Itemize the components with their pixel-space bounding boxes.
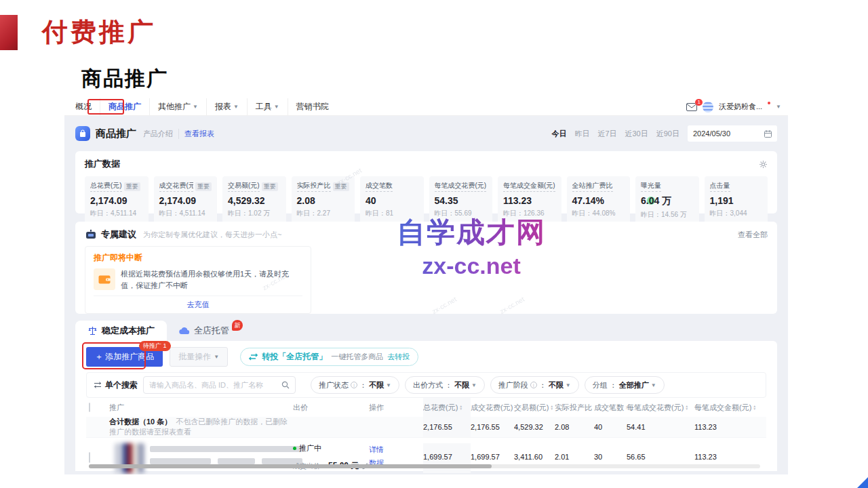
sort-icon: ▲▼	[753, 405, 756, 410]
col-bid: 出价	[293, 403, 369, 413]
chevron-down-icon[interactable]: ▼	[776, 104, 781, 110]
status-dot-icon	[293, 447, 296, 450]
filter-promo-status[interactable]: 推广状态 i ： 不限 ▼	[311, 376, 399, 394]
range-90d[interactable]: 近90日	[656, 129, 679, 139]
search-box	[143, 376, 296, 394]
page-title: 付费推广	[42, 15, 156, 49]
metric-gmv[interactable]: 交易额(元)重要 4,529.32 昨日：1.02 万	[222, 176, 286, 224]
nav-tab-academy[interactable]: 营销书院	[288, 98, 337, 115]
col-orders[interactable]: 成交笔数▲▼	[594, 403, 627, 413]
col-amount-per-order[interactable]: 每笔成交金额(元)▲▼	[694, 403, 766, 413]
horizontal-scrollbar[interactable]	[89, 464, 760, 468]
account-name[interactable]: 沃爱奶粉食...	[719, 102, 762, 112]
col-total-spend[interactable]: 总花费(元)▲▼	[423, 403, 462, 413]
page-header: 商品推广 产品介绍 查看报表 今日 昨日 近7日 近30日 近90日 2024/…	[75, 121, 777, 146]
important-badge: 重要	[262, 182, 278, 191]
view-all-link[interactable]: 查看全部	[738, 230, 768, 240]
calendar-icon	[764, 130, 772, 138]
suggestion-card: 专属建议 为你定制专属优化建议，每天进步一小点~ 查看全部 推广即将中断 根据近…	[75, 222, 777, 314]
mail-badge: 1	[695, 99, 702, 106]
summary-roi: 2.08	[555, 423, 594, 431]
metric-roi[interactable]: 实际投产比重要 2.08 昨日：2.27	[292, 176, 355, 224]
single-search-label: 单个搜索	[94, 380, 138, 391]
nav-tab-overview[interactable]: 概况	[67, 98, 100, 115]
filter-promo-stage[interactable]: 推广阶段 i ： 不限 ▼	[490, 376, 579, 394]
mail-icon[interactable]: 1	[686, 103, 697, 111]
product-title-blurred	[150, 443, 302, 473]
robot-icon	[85, 229, 97, 240]
promo-status: 推广中	[293, 443, 369, 453]
tab-stable-cost-promo[interactable]: 稳定成本推广	[75, 321, 167, 341]
toolbar: ＋ 添加推广商品 待推广 1 批量操作 ▼ 转投「全店托管」 一键托管多商品 去…	[86, 345, 766, 368]
row-orders: 30	[594, 443, 627, 461]
summary-cost-per-order: 54.41	[627, 423, 694, 431]
dashboard-content: 商品推广 产品介绍 查看报表 今日 昨日 近7日 近30日 近90日 2024/…	[64, 116, 788, 474]
scrollbar-thumb[interactable]	[89, 464, 492, 468]
advice-card: 推广即将中断 根据近期花费预估通用余额仅够使用1天，请及时充值，保证推广不中断 …	[85, 246, 311, 314]
suggestion-title: 专属建议	[101, 228, 136, 241]
swap-arrows-icon	[249, 353, 258, 361]
search-icon[interactable]	[281, 381, 290, 389]
row-deal-spend: 1,699.57	[471, 443, 514, 461]
important-badge: 重要	[195, 182, 212, 191]
wallet-icon	[94, 268, 115, 290]
transfer-to-managed-pill[interactable]: 转投「全店托管」 一键托管多商品 去转投	[240, 348, 418, 366]
recharge-link[interactable]: 去充值	[94, 296, 302, 313]
gear-icon[interactable]	[759, 160, 768, 169]
select-all-checkbox[interactable]	[89, 403, 90, 412]
chevron-down-icon: ▼	[214, 354, 219, 360]
col-gmv[interactable]: 交易额(元)▲▼	[514, 403, 555, 413]
metric-clicks[interactable]: 点击量 1,191 昨日：3,044	[705, 176, 768, 224]
metric-cost-per-order[interactable]: 每笔成交花费(元) 54.35 昨日：55.69	[429, 176, 493, 224]
filter-lines-icon	[94, 382, 102, 388]
batch-actions-button[interactable]: 批量操作 ▼	[170, 347, 228, 367]
avatar[interactable]	[703, 102, 713, 113]
col-cost-per-order[interactable]: 每笔成交花费(元)▲▼	[627, 403, 694, 413]
top-nav: 概况 商品推广 其他推广▼ 报表▼ 工具▼ 营销书院 1 沃爱奶粉食... ▼	[64, 98, 788, 116]
detail-link[interactable]: 详情	[369, 443, 423, 457]
metric-amount-per-order[interactable]: 每笔成交金额(元) 113.23 昨日：126.36	[498, 176, 561, 224]
cloud-icon	[179, 327, 190, 335]
range-30d[interactable]: 近30日	[625, 129, 648, 139]
nav-tab-product-promo[interactable]: 商品推广	[100, 98, 150, 115]
metric-orders[interactable]: 成交笔数 40 昨日：81	[360, 176, 424, 224]
filter-group[interactable]: 分组 ： 全部推广 ▼	[585, 376, 665, 394]
summary-orders: 40	[594, 423, 627, 431]
filter-bid-method[interactable]: 出价方式 ： 不限 ▼	[405, 376, 485, 394]
metric-deal-spend[interactable]: 成交花费(元)重要 2,174.09 昨日：4,511.14	[154, 176, 218, 224]
metric-impressions[interactable]: 曝光量 6.04 万 昨日：14.56 万	[635, 176, 699, 224]
summary-deal-spend: 2,176.55	[471, 423, 514, 431]
advice-title: 推广即将中断	[94, 252, 302, 264]
nav-tab-other-promo[interactable]: 其他推广▼	[150, 98, 207, 115]
chevron-down-icon: ▼	[274, 98, 279, 115]
nav-tab-reports[interactable]: 报表▼	[207, 98, 248, 115]
metric-total-spend[interactable]: 总花费(元)重要 2,174.09 昨日：4,511.14	[85, 176, 149, 224]
row-roi: 2.01	[555, 443, 594, 461]
go-transfer-link[interactable]: 去转投	[387, 352, 410, 362]
promo-tabs: 稳定成本推广 全店托管 新	[75, 321, 777, 341]
col-roi[interactable]: 实际投产比▲▼	[555, 403, 594, 413]
shopping-bag-icon	[75, 126, 90, 141]
info-icon: i	[530, 382, 537, 388]
row-checkbox[interactable]	[89, 452, 90, 463]
table-header-row: 推广 出价 操作 总花费(元)▲▼ 成交花费(元)▲▼ 交易额(元)▲▼ 实际投…	[86, 398, 766, 417]
nav-account-area: 1 沃爱奶粉食... ▼	[686, 98, 788, 115]
transfer-desc: 一键托管多商品	[331, 352, 383, 362]
range-7d[interactable]: 近7日	[597, 129, 616, 139]
chevron-down-icon: ▼	[471, 382, 477, 388]
slide-page: 付费推广 商品推广 概况 商品推广 其他推广▼ 报表▼ 工具▼ 营销书院 1 沃…	[0, 0, 868, 488]
metric-sitewide-fee-ratio[interactable]: 全站推广费比 47.14% 昨日：44.08%	[567, 176, 631, 224]
nav-tab-tools[interactable]: 工具▼	[248, 98, 288, 115]
suggestion-subtitle: 为你定制专属优化建议，每天进步一小点~	[143, 230, 281, 240]
view-report-link[interactable]: 查看报表	[184, 129, 214, 139]
product-intro-link[interactable]: 产品介绍	[143, 129, 179, 139]
corner-decoration	[857, 477, 868, 488]
chevron-down-icon: ▼	[651, 382, 656, 388]
search-input[interactable]	[149, 381, 281, 389]
tab-full-store-managed[interactable]: 全店托管 新	[167, 321, 255, 341]
date-picker[interactable]: 2024/05/30	[688, 125, 777, 142]
col-deal-spend[interactable]: 成交花费(元)▲▼	[471, 403, 514, 413]
section-subtitle: 商品推广	[81, 65, 168, 93]
range-yesterday[interactable]: 昨日	[574, 129, 589, 139]
range-today[interactable]: 今日	[551, 129, 566, 139]
